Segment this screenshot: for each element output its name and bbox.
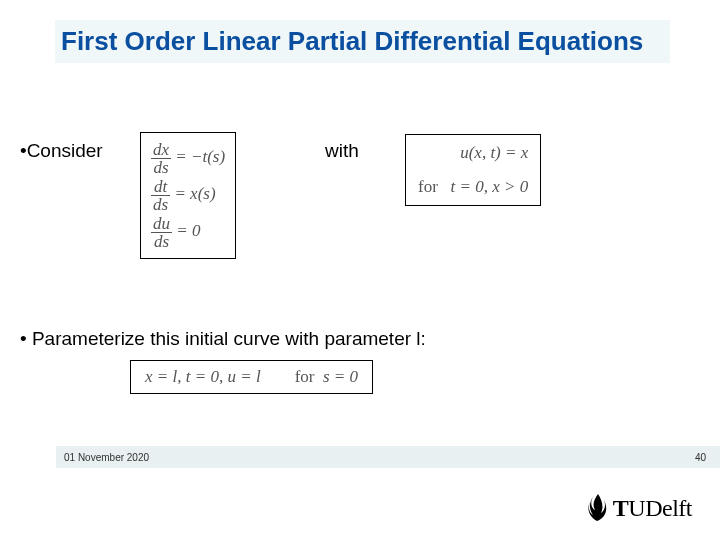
slide-title-block: First Order Linear Partial Differential … [55,20,670,63]
logo-text: TUDelft [613,495,692,522]
flame-icon [587,492,609,522]
slide-title: First Order Linear Partial Differential … [61,26,660,57]
initial-condition-box: u(x, t) = x for t = 0, x > 0 [405,134,541,206]
footer-page-number: 40 [695,452,706,463]
equation-3: duds = 0 [151,215,225,250]
parameterization-box: x = l, t = 0, u = l for s = 0 [130,360,373,394]
equation-1: dxds = −t(s) [151,141,225,176]
footer-bar: 01 November 2020 40 [0,446,720,468]
equation-system-box: dxds = −t(s) dtds = x(s) duds = 0 [140,132,236,259]
bullet-parameterize: • Parameterize this initial curve with p… [20,328,426,350]
footer-date: 01 November 2020 [64,452,149,463]
bullet-consider: •Consider [20,140,103,162]
with-label: with [325,140,359,162]
footer-left-gap [0,446,56,468]
tudelft-logo: TUDelft [587,492,692,522]
footer-content: 01 November 2020 40 [56,446,720,468]
ic-line-1: u(x, t) = x [418,143,528,163]
ic-line-2: for t = 0, x > 0 [418,177,528,197]
equation-2: dtds = x(s) [151,178,225,213]
